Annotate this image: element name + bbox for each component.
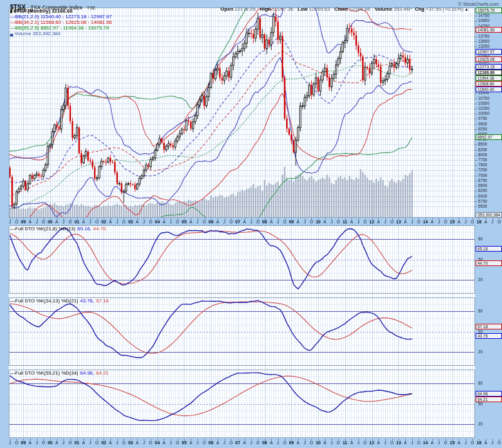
axis-value-box-9: 8852.97 xyxy=(476,134,502,140)
stochastic-d-value: 44.70 xyxy=(93,226,106,232)
quote-bar: Open12178.05High12217.36Low12055.63Close… xyxy=(216,6,469,12)
stochastic-legend-label: —Full STO %K(55,21) %D(34) xyxy=(10,370,78,376)
volume-bars-icon: ▄ xyxy=(10,31,13,36)
last-price-box: 12166.66 xyxy=(476,70,502,75)
quote-label-high: High xyxy=(260,6,271,12)
axis-value-box-volume: 353,392,384 xyxy=(476,212,502,218)
axis-value-box-2: 12997.97 xyxy=(476,49,502,55)
axis-value-box-8: 11540.40 xyxy=(476,87,502,92)
bb-legend-3: —BB(55,2.5) 8852.97 - 11964.38 - 15075.7… xyxy=(10,25,112,31)
axis-value-box-6: 11964.38 xyxy=(476,75,502,81)
stochastic-legend-label: —Full STO %K(34,13) %D(21) xyxy=(10,298,78,304)
quote-value-chg: +37.55 (+0.31%) xyxy=(425,6,463,12)
chart-canvas xyxy=(0,0,502,448)
axis-value-box-sto0-1: 44.70 xyxy=(476,260,502,266)
axis-value-box-sto1-0: 57.18 xyxy=(476,324,502,329)
axis-value-box-0: 15075.79 xyxy=(476,8,502,13)
stochastic-legend-1: —Full STO %K(21,8) %D(13)65.16,44.70 xyxy=(10,226,106,232)
quote-label-chg: Chg xyxy=(415,6,425,12)
quote-value-close: 12166.66 xyxy=(350,6,370,12)
quote-label-volume: Volume xyxy=(375,6,392,12)
quote-label-low: Low xyxy=(297,6,307,12)
axis-value-box-4: 12273.18 xyxy=(476,64,502,70)
quote-label-open: Open xyxy=(220,6,233,12)
axis-value-box-sto2-1: 64.21 xyxy=(476,397,502,402)
main-chart-legend: ▮$TSX (Monthly) 12166.66—BB(21,2.0) 1154… xyxy=(10,8,112,36)
stochastic-d-value: 64.21 xyxy=(96,370,109,376)
axis-value-box-1: 14081.56 xyxy=(476,27,502,33)
axis-value-box-3: 12625.08 xyxy=(476,56,502,62)
stochastic-k-value: 64.96, xyxy=(80,370,94,376)
change-up-arrow-icon: ▲ xyxy=(464,7,469,11)
axis-value-box-7: 11568.60 xyxy=(476,81,502,87)
quote-value-high: 12217.36 xyxy=(272,6,293,12)
stochastic-legend-label: —Full STO %K(21,8) %D(13) xyxy=(10,226,75,232)
stochastic-legend-2: —Full STO %K(34,13) %D(21)43.76,57.18 xyxy=(10,298,109,304)
stochastic-k-value: 65.16, xyxy=(77,226,91,232)
bb-legend-1: —BB(21,2.0) 11540.40 - 12273.18 - 12997.… xyxy=(10,14,112,19)
stockcharts-monthly-chart: $TSX TSX Composite Index TSE © StockChar… xyxy=(0,0,502,448)
axis-value-box-sto1-1: 43.76 xyxy=(476,333,502,339)
candlestick-icon: ▮ xyxy=(10,9,13,13)
quote-value-volume: 353.4M xyxy=(393,6,410,12)
stochastic-k-value: 43.76, xyxy=(80,298,94,304)
stochastic-legend-3: —Full STO %K(55,21) %D(34)64.96,64.21 xyxy=(10,370,109,376)
quote-label-close: Close xyxy=(334,6,348,12)
stochastic-d-value: 57.18 xyxy=(96,298,109,304)
bb-legend-2: —BB(34,2.1) 11568.60 - 12625.08 - 14081.… xyxy=(10,19,112,25)
main-legend-title: $TSX (Monthly) 12166.66 xyxy=(14,8,73,14)
axis-value-box-sto0-0: 65.16 xyxy=(476,246,502,252)
quote-value-low: 12055.63 xyxy=(309,6,329,12)
volume-legend: Volume 353,392,384 xyxy=(14,31,60,36)
quote-value-open: 12178.05 xyxy=(235,6,255,12)
axis-value-box-sto2-0: 64.96 xyxy=(476,391,502,397)
